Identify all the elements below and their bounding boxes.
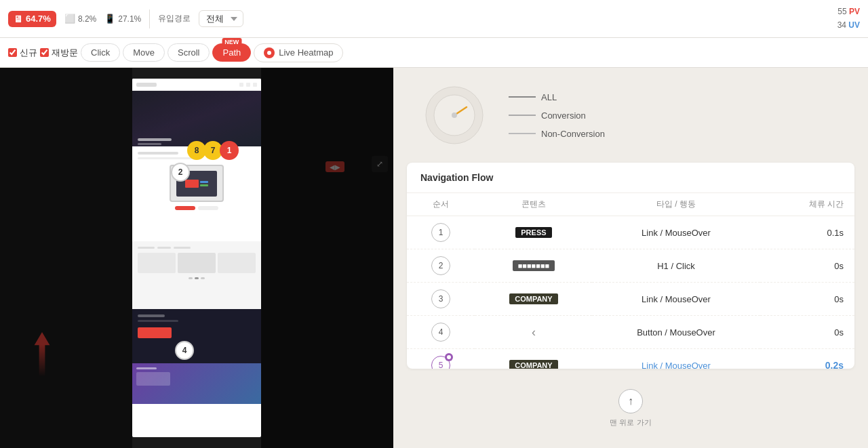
mobile-metric: 📱 27.1% xyxy=(104,14,141,24)
dark-overlay-left xyxy=(0,68,132,448)
gauge-labels: ALL Conversion Non-Conversion xyxy=(509,92,605,139)
scroll-top-button[interactable]: ↑ xyxy=(618,389,643,413)
all-line xyxy=(509,96,536,98)
cell-duration: 0.2s xyxy=(760,349,855,369)
conv-line xyxy=(509,115,536,116)
main-content: 8 7 1 2 4 xyxy=(0,68,868,448)
nonconv-line xyxy=(509,133,536,134)
table-header-row: 순서 콘텐츠 타입 / 행동 체류 시간 xyxy=(407,193,854,216)
website-preview xyxy=(132,79,261,437)
table-row: 1PRESSLink / MouseOver0.1s xyxy=(407,216,854,249)
cell-action: H1 / Click xyxy=(592,249,760,283)
gauge-non-conversion: Non-Conversion xyxy=(509,129,605,139)
live-dot xyxy=(264,47,275,58)
cell-action: Link / MouseOver xyxy=(592,349,760,369)
cell-content: COMPANY xyxy=(475,349,592,369)
cell-content: ‹ xyxy=(475,316,592,349)
desktop-icon: 🖥 xyxy=(14,14,23,24)
scroll-top-label: 맨 위로 가기 xyxy=(610,418,651,428)
col-action: 타입 / 행동 xyxy=(592,193,760,216)
gauge-svg xyxy=(420,81,488,149)
tab-click[interactable]: Click xyxy=(81,43,120,62)
col-duration: 체류 시간 xyxy=(760,193,855,216)
checkbox-new[interactable]: 신규 xyxy=(8,47,37,59)
col-order: 순서 xyxy=(407,193,475,216)
nav-table: 순서 콘텐츠 타입 / 행동 체류 시간 1PRESSLink / MouseO… xyxy=(407,193,854,369)
table-row: 2■■■■■■■H1 / Click0s xyxy=(407,249,854,283)
cell-action: Link / MouseOver xyxy=(592,283,760,316)
cell-duration: 0.1s xyxy=(760,216,855,249)
node-1: 1 xyxy=(220,141,239,160)
node-2: 2 xyxy=(171,163,190,182)
cell-duration: 0s xyxy=(760,316,855,349)
cell-action: Link / MouseOver xyxy=(592,216,760,249)
cell-duration: 0s xyxy=(760,249,855,283)
tablet-icon: ⬜ xyxy=(64,14,75,24)
tab-move[interactable]: Move xyxy=(123,43,165,62)
cell-step: 1 xyxy=(407,216,475,249)
table-row: 3COMPANYLink / MouseOver0s xyxy=(407,283,854,316)
nav-table-body: 1PRESSLink / MouseOver0.1s2■■■■■■■H1 / C… xyxy=(407,216,854,369)
tab-live-heatmap[interactable]: Live Heatmap xyxy=(254,43,343,62)
entry-label: 유입경로 xyxy=(158,13,191,24)
cell-step: 2 xyxy=(407,249,475,283)
checkbox-revisit[interactable]: 재방문 xyxy=(40,47,78,59)
entry-select[interactable]: 전체 직접 검색 소셜 xyxy=(199,10,243,27)
nav-flow-card: Navigation Flow 순서 콘텐츠 타입 / 행동 체류 시간 1PR… xyxy=(407,163,854,369)
cell-content: PRESS xyxy=(475,216,592,249)
cell-content: COMPANY xyxy=(475,283,592,316)
node-4: 4 xyxy=(175,341,194,360)
table-row: 4‹Button / MouseOver0s xyxy=(407,316,854,349)
tab-path[interactable]: Path xyxy=(212,43,251,62)
col-content: 콘텐츠 xyxy=(475,193,592,216)
desktop-metric: 🖥 64.7% xyxy=(8,11,56,27)
nav-flow-title: Navigation Flow xyxy=(407,163,854,193)
dark-overlay-right xyxy=(261,68,393,448)
toolbar: 🖥 64.7% ⬜ 8.2% 📱 27.1% 유입경로 전체 직접 검색 소셜 … xyxy=(0,0,868,38)
cell-step: 3 xyxy=(407,283,475,316)
pv-uv-stats: 55 PV 34 UV xyxy=(837,5,860,31)
gauge-conversion: Conversion xyxy=(509,110,605,121)
heatmap-panel: 8 7 1 2 4 xyxy=(0,68,393,448)
right-panel[interactable]: ALL Conversion Non-Conversion Navigation… xyxy=(393,68,868,448)
cell-step: 4 xyxy=(407,316,475,349)
cell-step: 5 xyxy=(407,349,475,369)
scroll-top-section: ↑ 맨 위로 가기 xyxy=(610,382,651,434)
gauge-section: ALL Conversion Non-Conversion xyxy=(407,81,854,149)
table-row: 5COMPANYLink / MouseOver0.2s xyxy=(407,349,854,369)
path-btn-wrapper: NEW Path xyxy=(212,43,251,62)
cell-duration: 0s xyxy=(760,283,855,316)
svg-point-10 xyxy=(452,113,457,118)
tablet-metric: ⬜ 8.2% xyxy=(64,14,96,24)
cell-action: Button / MouseOver xyxy=(592,316,760,349)
mobile-icon: 📱 xyxy=(104,14,115,24)
new-badge: NEW xyxy=(222,38,241,46)
toolbar-divider xyxy=(149,9,150,28)
gauge-all: ALL xyxy=(509,92,605,102)
tab-scroll[interactable]: Scroll xyxy=(167,43,210,62)
gauge-container xyxy=(420,81,488,149)
cell-content: ■■■■■■■ xyxy=(475,249,592,283)
tabs-row: 신규 재방문 Click Move Scroll NEW Path Live H… xyxy=(0,38,868,68)
